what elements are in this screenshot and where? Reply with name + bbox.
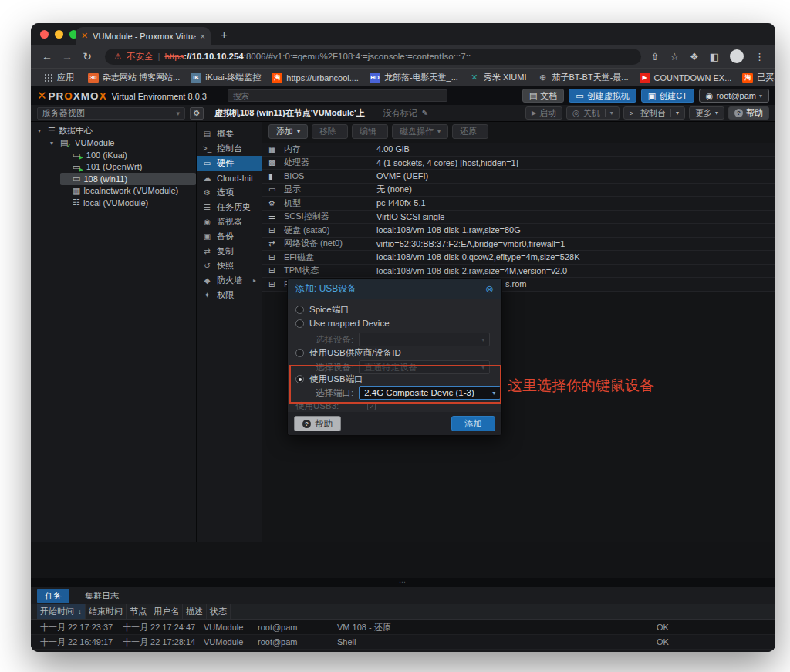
bookmark-item[interactable]: ▶ COUNTDOWN EX... — [634, 72, 738, 83]
hardware-toolbar-button[interactable]: 移除 — [312, 124, 348, 139]
shutdown-vm-button[interactable]: ◎ 关机 ▾ — [566, 106, 620, 120]
vm-menu-item[interactable]: ⚙ 选项 ▸ — [197, 185, 262, 200]
profile-avatar[interactable] — [730, 49, 744, 63]
console-button[interactable]: >_ 控制台 ▾ — [623, 106, 685, 120]
bookmark-item[interactable]: HD 龙部落-电影天堂_... — [364, 72, 464, 83]
more-button[interactable]: 更多 ▾ — [689, 106, 724, 120]
hardware-row[interactable]: ☰ SCSI控制器 VirtIO SCSI single — [262, 211, 775, 225]
share-icon[interactable]: ⇧ — [650, 51, 659, 62]
tree-item[interactable]: ▾ ▭ ▶ ✓ 101 (OpenWrt) — [60, 161, 196, 174]
tree-item[interactable]: ▾ ▤ ▶ ✓ VUModule — [48, 137, 196, 150]
bookmark-item[interactable]: 30 杂志网站 博客网站... — [83, 72, 185, 83]
help-button[interactable]: ? 帮助 — [728, 106, 769, 120]
dialog-header[interactable]: 添加: USB设备 ⊗ — [288, 279, 501, 299]
vm-menu-item[interactable]: ☁ Cloud-Init ▸ — [197, 171, 262, 185]
apps-shortcut[interactable]: 应用 — [39, 72, 79, 83]
vm-menu-item[interactable]: ▤ 概要 ▸ — [197, 127, 262, 141]
expand-caret-icon[interactable]: ▾ — [38, 127, 45, 134]
vm-menu-item[interactable]: ◉ 监视器 ▸ — [197, 214, 262, 229]
create-vm-button[interactable]: ▭ 创建虚拟机 — [569, 89, 636, 103]
tree-item[interactable]: ▾ ☷ ▶ ✓ local (VUModule) — [60, 197, 196, 209]
hardware-row[interactable]: ⊟ TPM状态 local:108/vm-108-disk-2.raw,size… — [262, 265, 775, 279]
tree-settings-button[interactable]: ⚙ — [190, 107, 204, 120]
panel-splitter[interactable]: ⋯ — [31, 578, 775, 587]
task-row[interactable]: 十一月 22 16:49:17 十一月 22 17:28:14 VUModule… — [31, 635, 775, 650]
back-button[interactable]: ← — [39, 50, 56, 62]
radio-icon[interactable] — [295, 319, 304, 328]
minimize-window-button[interactable] — [55, 30, 63, 39]
chevron-down-icon: ▾ — [297, 128, 300, 135]
hardware-row[interactable]: ⚙ 机型 pc-i440fx-5.1 — [262, 197, 775, 211]
task-column-header[interactable]: 开始时间 ↓ — [37, 604, 86, 619]
menu-kebab-icon[interactable]: ⋮ — [755, 51, 765, 62]
vendor-id-option[interactable]: 使用USB供应商/设备ID — [295, 347, 401, 359]
task-column-header[interactable]: 节点 ↓ — [127, 604, 150, 619]
browser-tab[interactable]: ✕ VUModule - Proxmox Virtual E × — [76, 27, 211, 45]
view-selector[interactable]: 服务器视图 ▾ — [37, 107, 185, 120]
forward-button[interactable]: → — [59, 50, 76, 62]
tab-close-icon[interactable]: × — [201, 32, 205, 41]
expand-caret-icon[interactable]: ▾ — [50, 140, 57, 147]
bookmark-item[interactable]: ✕ 秀米 XIUMI — [464, 72, 532, 83]
radio-icon[interactable] — [295, 306, 304, 314]
bookmark-item[interactable]: 淘 https://urbancool.... — [266, 72, 364, 83]
create-ct-button[interactable]: ▣ 创建CT — [641, 89, 694, 103]
chevron-down-icon[interactable]: ▾ — [610, 110, 613, 117]
tree-item[interactable]: ▾ ▭ ▶ ✓ 108 (win11) — [60, 173, 196, 185]
hardware-row[interactable]: ⇄ 网络设备 (net0) virtio=52:30:BB:37:F2:EA,b… — [262, 238, 775, 252]
chevron-down-icon[interactable]: ▾ — [676, 110, 679, 117]
hardware-toolbar-button[interactable]: 编辑 — [352, 124, 388, 139]
task-panel-tabs: 任务 集群日志 — [31, 587, 775, 604]
task-column-header[interactable]: 结束时间 ↓ — [86, 604, 127, 619]
close-window-button[interactable] — [40, 30, 49, 39]
vm-menu-item[interactable]: >_ 控制台 ▸ — [197, 141, 262, 156]
reload-button[interactable]: ↻ — [79, 50, 96, 62]
bookmark-star-icon[interactable]: ☆ — [670, 51, 679, 62]
spice-port-option[interactable]: Spice端口 — [295, 304, 349, 316]
vm-menu-item[interactable]: ◆ 防火墙 ▸ — [197, 273, 262, 288]
hardware-toolbar-button[interactable]: 还原 — [452, 124, 488, 139]
new-tab-button[interactable]: + — [221, 28, 228, 41]
dialog-help-button[interactable]: ? 帮助 — [294, 416, 341, 431]
hardware-row[interactable]: ⊟ EFI磁盘 local:108/vm-108-disk-0.qcow2,ef… — [262, 251, 775, 265]
side-panel-icon[interactable]: ◧ — [710, 51, 719, 62]
hardware-row[interactable]: ▭ 显示 无 (none) — [262, 184, 775, 198]
documentation-button[interactable]: ▤ 文档 — [522, 89, 564, 103]
hardware-toolbar-button[interactable]: 磁盘操作 ▾ — [392, 124, 448, 139]
vm-menu-item[interactable]: ⇄ 复制 ▸ — [197, 244, 262, 258]
vm-menu-item[interactable]: ▭ 硬件 ▸ — [197, 156, 262, 171]
task-column-header[interactable]: 描述 ↓ — [183, 604, 207, 619]
bookmark-item[interactable]: ⊕ 茄子BT-BT天堂-最... — [532, 72, 634, 83]
hardware-row-label: 网络设备 (net0) — [284, 238, 376, 249]
user-menu-button[interactable]: ◉ root@pam ▾ — [699, 89, 769, 103]
tree-item[interactable]: ▾ ▦ ▶ ✓ localnetwork (VUModule) — [60, 185, 196, 198]
mapped-device-option[interactable]: Use mapped Device — [295, 319, 390, 328]
vm-menu-item[interactable]: ↺ 快照 ▸ — [197, 258, 262, 273]
vm-menu-item[interactable]: ✦ 权限 ▸ — [197, 288, 262, 302]
tree-item[interactable]: ▾ ▭ ▶ ✓ 100 (iKuai) — [60, 149, 196, 161]
tree-item[interactable]: ▾ ☰ ▶ ✓ 数据中心 — [35, 125, 196, 137]
radio-icon[interactable] — [295, 349, 304, 357]
task-row[interactable]: 十一月 22 17:23:37 十一月 22 17:24:47 VUModule… — [31, 620, 775, 635]
tab-tasks[interactable]: 任务 — [37, 589, 69, 603]
hardware-row[interactable]: ▮ BIOS OVMF (UEFI) — [262, 170, 775, 184]
pve-search-input[interactable]: 搜索 — [228, 89, 447, 102]
tab-cluster-log[interactable]: 集群日志 — [77, 589, 127, 603]
task-column-header[interactable]: 状态 ↓ — [207, 604, 231, 619]
hardware-row[interactable]: ⊟ 硬盘 (sata0) local:108/vm-108-disk-1.raw… — [262, 224, 775, 238]
bookmark-item[interactable]: 淘 已买到的宝贝 — [737, 72, 775, 83]
start-vm-button[interactable]: ▶ 启动 — [525, 106, 562, 120]
bookmark-item[interactable]: iK iKuai-终端监控 — [185, 72, 266, 83]
task-column-header[interactable]: 用户名 ↓ — [150, 604, 183, 619]
hardware-row[interactable]: ▩ 处理器 4 (1 sockets, 4 cores) [host,hidde… — [262, 157, 775, 171]
dialog-add-button[interactable]: 添加 — [451, 416, 495, 431]
vm-menu-item[interactable]: ▣ 备份 ▸ — [197, 229, 262, 244]
dialog-close-icon[interactable]: ⊗ — [485, 283, 494, 295]
edit-tags-icon[interactable]: ✎ — [422, 109, 428, 117]
address-bar[interactable]: ⚠ 不安全 | https://10.10.10.254:8006/#v1:0:… — [105, 49, 641, 65]
vm-menu-item[interactable]: ☰ 任务历史 ▸ — [197, 200, 262, 214]
task-row[interactable]: 十一月 22 16:49:15 十一月 22 16:49:15 VUModule… — [31, 650, 775, 652]
hardware-toolbar-button[interactable]: 添加 ▾ — [268, 124, 308, 139]
hardware-row[interactable]: ▦ 内存 4.00 GiB — [262, 143, 775, 157]
extensions-icon[interactable]: ❖ — [690, 51, 699, 62]
